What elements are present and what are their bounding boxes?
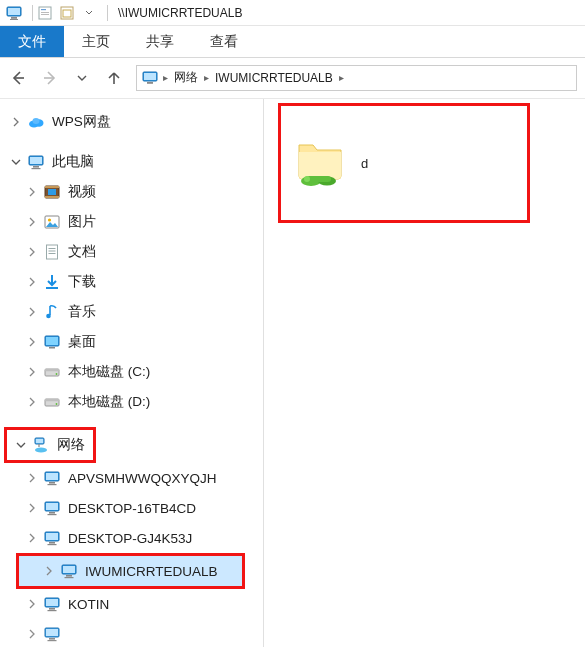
tree-item[interactable]: 图片 [2, 207, 261, 237]
svg-rect-45 [46, 473, 58, 480]
tree-item-label: 本地磁盘 (D:) [68, 393, 150, 411]
tree-item-label: DESKTOP-16TB4CD [68, 501, 196, 516]
svg-rect-49 [46, 503, 58, 510]
svg-rect-30 [46, 287, 58, 289]
address-bar[interactable]: ▸ 网络 ▸ IWUMICRRTEDUALB ▸ [136, 65, 577, 91]
svg-rect-63 [48, 610, 57, 611]
svg-rect-5 [41, 9, 46, 10]
drive-icon [42, 392, 62, 412]
video-icon [42, 182, 62, 202]
ribbon-tab-share[interactable]: 共享 [128, 26, 192, 57]
tree-item-network-host[interactable]: KOTIN [2, 589, 261, 619]
chevron-right-icon[interactable] [24, 364, 40, 380]
ribbon-tab-home[interactable]: 主页 [64, 26, 128, 57]
svg-rect-55 [48, 544, 57, 545]
monitor-icon [6, 5, 22, 21]
chevron-right-icon[interactable] [24, 304, 40, 320]
chevron-right-icon[interactable]: ▸ [204, 72, 209, 83]
ribbon-tab-view[interactable]: 查看 [192, 26, 256, 57]
svg-rect-3 [10, 19, 18, 20]
svg-point-43 [35, 448, 47, 453]
ribbon: 文件 主页 共享 查看 [0, 26, 585, 58]
chevron-down-icon[interactable] [8, 154, 24, 170]
nav-recent-dropdown[interactable] [72, 68, 92, 88]
chevron-right-icon[interactable]: ▸ [339, 72, 344, 83]
shared-folder-item[interactable]: d [278, 103, 530, 223]
window-title: \\IWUMICRRTEDUALB [118, 6, 242, 20]
chevron-right-icon[interactable] [24, 500, 40, 516]
tree-item-label: 图片 [68, 213, 96, 231]
chevron-right-icon[interactable] [24, 394, 40, 410]
qat-properties-icon[interactable] [37, 5, 53, 21]
svg-rect-70 [307, 176, 331, 182]
chevron-right-icon[interactable] [24, 530, 40, 546]
tree-item-network[interactable]: 网络 [7, 430, 93, 460]
svg-rect-47 [48, 484, 57, 485]
chevron-right-icon[interactable] [24, 334, 40, 350]
breadcrumb-segment-host[interactable]: IWUMICRRTEDUALB [211, 71, 337, 85]
chevron-right-icon[interactable] [24, 184, 40, 200]
title-bar: \\IWUMICRRTEDUALB [0, 0, 585, 26]
svg-rect-18 [33, 166, 39, 168]
tree-item-this-pc[interactable]: 此电脑 [2, 147, 261, 177]
tree-item-network-host[interactable]: APVSMHWWQQXYQJH [2, 463, 261, 493]
chevron-right-icon[interactable] [24, 626, 40, 642]
cloud-icon [26, 112, 46, 132]
nav-back-button[interactable] [8, 68, 28, 88]
nav-forward-button[interactable] [40, 68, 60, 88]
monitor-icon [141, 69, 159, 87]
computer-icon [42, 624, 62, 644]
svg-rect-62 [49, 608, 55, 610]
breadcrumb-segment-network[interactable]: 网络 [170, 69, 202, 86]
chevron-down-icon[interactable] [13, 437, 29, 453]
tree-item-label: 音乐 [68, 303, 96, 321]
pictures-icon [42, 212, 62, 232]
svg-rect-23 [48, 189, 56, 195]
tree-item[interactable]: 视频 [2, 177, 261, 207]
svg-rect-19 [32, 168, 41, 169]
svg-rect-61 [46, 599, 58, 606]
chevron-right-icon[interactable] [24, 470, 40, 486]
separator [32, 5, 33, 21]
tree-item[interactable]: 本地磁盘 (D:) [2, 387, 261, 417]
chevron-right-icon[interactable] [8, 114, 24, 130]
tree-item-wps[interactable]: WPS网盘 [2, 107, 261, 137]
tree-item-label: WPS网盘 [52, 113, 111, 131]
tree-item-label: 视频 [68, 183, 96, 201]
nav-row: ▸ 网络 ▸ IWUMICRRTEDUALB ▸ [0, 58, 585, 98]
svg-rect-39 [45, 399, 59, 401]
tree-item[interactable]: 文档 [2, 237, 261, 267]
tree-item[interactable]: 下载 [2, 267, 261, 297]
ribbon-tab-file[interactable]: 文件 [0, 26, 64, 57]
navigation-pane[interactable]: WPS网盘 此电脑 视频图片文档下载音乐桌面本地磁盘 (C:)本地磁盘 (D:) [0, 99, 264, 647]
content-pane[interactable]: d [264, 99, 585, 647]
chevron-right-icon[interactable] [24, 214, 40, 230]
svg-point-15 [33, 118, 40, 124]
chevron-right-icon[interactable] [24, 274, 40, 290]
network-icon [31, 435, 51, 455]
qat-newfolder-icon[interactable] [59, 5, 75, 21]
music-icon [42, 302, 62, 322]
tree-item-network-host[interactable]: DESKTOP-16TB4CD [2, 493, 261, 523]
tree-item-network-host[interactable]: IWUMICRRTEDUALB [19, 556, 242, 586]
nav-up-button[interactable] [104, 68, 124, 88]
svg-rect-33 [46, 337, 58, 345]
tree-item-label: 下载 [68, 273, 96, 291]
tree-item-network-host[interactable]: DESKTOP-GJ4K53J [2, 523, 261, 553]
qat-dropdown-icon[interactable] [81, 5, 97, 21]
svg-rect-67 [48, 640, 57, 641]
ribbon-tab-file-label: 文件 [18, 33, 46, 51]
svg-point-71 [304, 176, 310, 182]
ribbon-tab-share-label: 共享 [146, 33, 174, 51]
tree-item[interactable]: 音乐 [2, 297, 261, 327]
svg-rect-50 [49, 512, 55, 514]
tree-item[interactable]: 本地磁盘 (C:) [2, 357, 261, 387]
tree-item[interactable]: 桌面 [2, 327, 261, 357]
desktop-icon [42, 332, 62, 352]
chevron-right-icon[interactable]: ▸ [163, 72, 168, 83]
svg-point-37 [56, 373, 58, 375]
tree-item-network-host[interactable] [2, 619, 261, 647]
chevron-right-icon[interactable] [41, 563, 57, 579]
chevron-right-icon[interactable] [24, 244, 40, 260]
chevron-right-icon[interactable] [24, 596, 40, 612]
